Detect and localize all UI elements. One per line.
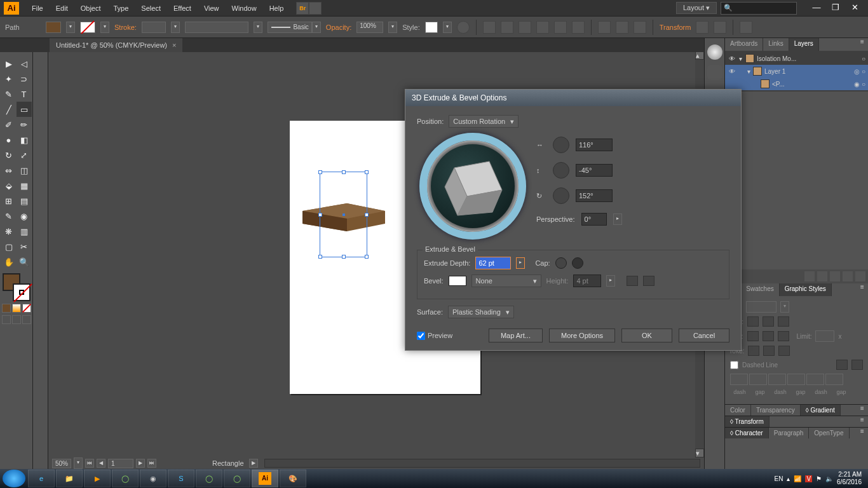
artboard-tool-icon[interactable]: ▢ bbox=[1, 239, 17, 254]
distribute-1-icon[interactable] bbox=[598, 21, 611, 34]
new-layer-icon[interactable] bbox=[843, 271, 853, 281]
first-page-icon[interactable]: ⏮ bbox=[85, 459, 94, 468]
next-page-icon[interactable]: ▶ bbox=[136, 459, 145, 468]
tab-opentype[interactable]: OpenType bbox=[809, 428, 849, 438]
cap-round-icon[interactable] bbox=[763, 316, 774, 327]
color-proxy[interactable] bbox=[3, 273, 31, 301]
cap-off-icon[interactable] bbox=[572, 257, 583, 269]
dash-2[interactable] bbox=[768, 374, 786, 385]
tab-color[interactable]: Color bbox=[725, 405, 751, 416]
tray-arrow-icon[interactable]: ▴ bbox=[787, 475, 790, 482]
bevel-extent-in-icon[interactable] bbox=[627, 276, 638, 286]
corner-bevel-icon[interactable] bbox=[778, 331, 789, 341]
tab-layers[interactable]: Layers bbox=[789, 38, 819, 51]
fill-swatch[interactable] bbox=[46, 22, 61, 33]
transform-2-icon[interactable] bbox=[714, 21, 726, 34]
tab-links[interactable]: Links bbox=[763, 38, 789, 51]
eraser-tool-icon[interactable]: ◧ bbox=[17, 132, 32, 147]
dash-1[interactable] bbox=[730, 374, 748, 385]
vsp-drop[interactable]: ▾ bbox=[254, 22, 262, 33]
layout-dropdown[interactable]: Layout ▾ bbox=[676, 2, 717, 14]
start-button[interactable] bbox=[3, 470, 25, 487]
menu-view[interactable]: View bbox=[198, 4, 226, 12]
align-6-icon[interactable] bbox=[572, 21, 585, 34]
layer-row[interactable]: 👁▾Isolation Mo...○ bbox=[725, 52, 868, 65]
mesh-tool-icon[interactable]: ⊞ bbox=[1, 193, 17, 208]
close-tab-icon[interactable]: × bbox=[172, 41, 176, 49]
rot-y-input[interactable] bbox=[576, 164, 613, 177]
lasso-tool-icon[interactable]: ⊃ bbox=[17, 71, 32, 86]
tray-wifi-icon[interactable]: 📶 bbox=[794, 475, 801, 482]
map-art-button[interactable]: Map Art... bbox=[489, 329, 543, 342]
gap-1[interactable] bbox=[749, 374, 767, 385]
opacity-drop-icon[interactable]: ▾ bbox=[388, 22, 397, 33]
menu-window[interactable]: Window bbox=[226, 4, 263, 12]
slice-tool-icon[interactable]: ✂ bbox=[17, 239, 32, 254]
eyedropper-icon[interactable]: ✎ bbox=[1, 208, 17, 224]
handle-bc[interactable] bbox=[342, 255, 346, 259]
handle-rc[interactable] bbox=[365, 213, 369, 217]
status-arrow-icon[interactable]: ▶ bbox=[249, 459, 258, 468]
distribute-2-icon[interactable] bbox=[616, 21, 628, 34]
selection-tool-icon[interactable]: ▶ bbox=[1, 56, 17, 71]
bevel-extent-out-icon[interactable] bbox=[643, 276, 654, 286]
menu-select[interactable]: Select bbox=[135, 4, 167, 12]
weight-drop[interactable]: ▾ bbox=[780, 301, 789, 313]
menu-edit[interactable]: Edit bbox=[50, 4, 74, 12]
tab-swatches[interactable]: Swatches bbox=[741, 283, 779, 296]
height-drop-icon[interactable]: ▸ bbox=[606, 275, 615, 287]
stroke-weight-input[interactable] bbox=[142, 22, 166, 33]
dashed-checkbox[interactable] bbox=[730, 361, 738, 369]
handle-tr[interactable] bbox=[365, 170, 369, 174]
handle-tl[interactable] bbox=[318, 170, 322, 174]
align-inside-icon[interactable] bbox=[763, 346, 775, 356]
handle-tc[interactable] bbox=[342, 170, 346, 174]
menu-object[interactable]: Object bbox=[74, 4, 107, 12]
bevel-dropdown[interactable]: None▾ bbox=[471, 274, 541, 287]
symbol-sprayer-icon[interactable]: ❋ bbox=[1, 224, 17, 239]
align-2-icon[interactable] bbox=[501, 21, 513, 34]
rectangle-tool-icon[interactable]: ▭ bbox=[17, 102, 32, 117]
gap-2[interactable] bbox=[787, 374, 805, 385]
panel-menu-icon[interactable]: ≡ bbox=[857, 416, 868, 427]
tray-v-icon[interactable]: V bbox=[805, 475, 812, 482]
corner-round-icon[interactable] bbox=[763, 331, 774, 341]
tab-transparency[interactable]: Transparency bbox=[751, 405, 801, 416]
taskbar-explorer-icon[interactable]: 📁 bbox=[56, 470, 83, 487]
dashed-opt1-icon[interactable] bbox=[836, 360, 848, 370]
line-tool-icon[interactable]: ╱ bbox=[1, 102, 17, 117]
rot-z-input[interactable] bbox=[576, 189, 613, 202]
perspective-drop-icon[interactable]: ▸ bbox=[613, 214, 622, 225]
taskbar-media-icon[interactable]: ▶ bbox=[84, 470, 111, 487]
align-1-icon[interactable] bbox=[483, 21, 496, 34]
perspective-input[interactable] bbox=[581, 213, 607, 226]
layer-row[interactable]: 👁▾Layer 1◎ ○ bbox=[725, 65, 868, 78]
delete-layer-icon[interactable] bbox=[855, 271, 865, 281]
cancel-button[interactable]: Cancel bbox=[679, 329, 729, 342]
weight-input[interactable] bbox=[746, 301, 776, 313]
panel-menu-icon[interactable]: ≡ bbox=[857, 38, 868, 51]
minimize-button[interactable]: — bbox=[807, 2, 826, 15]
close-button[interactable]: ✕ bbox=[845, 2, 864, 15]
color-guide-icon[interactable] bbox=[707, 44, 722, 60]
transform-1-icon[interactable] bbox=[696, 21, 709, 34]
tab-artboards[interactable]: Artboards bbox=[725, 38, 763, 51]
none-mode-icon[interactable] bbox=[22, 304, 31, 313]
last-page-icon[interactable]: ⏭ bbox=[147, 459, 156, 468]
distribute-3-icon[interactable] bbox=[634, 21, 646, 34]
blend-tool-icon[interactable]: ◉ bbox=[17, 208, 32, 224]
bevel-height-input[interactable] bbox=[573, 274, 601, 287]
layer-row[interactable]: <P...◉ ○ bbox=[725, 78, 868, 90]
document-tab[interactable]: Untitled-1* @ 50% (CMYK/Preview) × bbox=[50, 38, 182, 52]
rot-x-knob[interactable] bbox=[553, 137, 569, 153]
tab-graphic-styles[interactable]: Graphic Styles bbox=[780, 283, 832, 296]
taskbar-paint-icon[interactable]: 🎨 bbox=[280, 470, 306, 487]
restore-button[interactable]: ❐ bbox=[826, 2, 845, 15]
search-input[interactable]: 🔍 bbox=[721, 2, 797, 15]
tab-gradient[interactable]: ◊ Gradient bbox=[801, 405, 841, 416]
pen-tool-icon[interactable]: ✎ bbox=[1, 86, 17, 102]
tab-paragraph[interactable]: Paragraph bbox=[769, 428, 810, 438]
eye-icon[interactable]: 👁 bbox=[728, 68, 736, 75]
panel-menu-icon[interactable]: ≡ bbox=[857, 428, 868, 438]
align-3-icon[interactable] bbox=[519, 21, 531, 34]
